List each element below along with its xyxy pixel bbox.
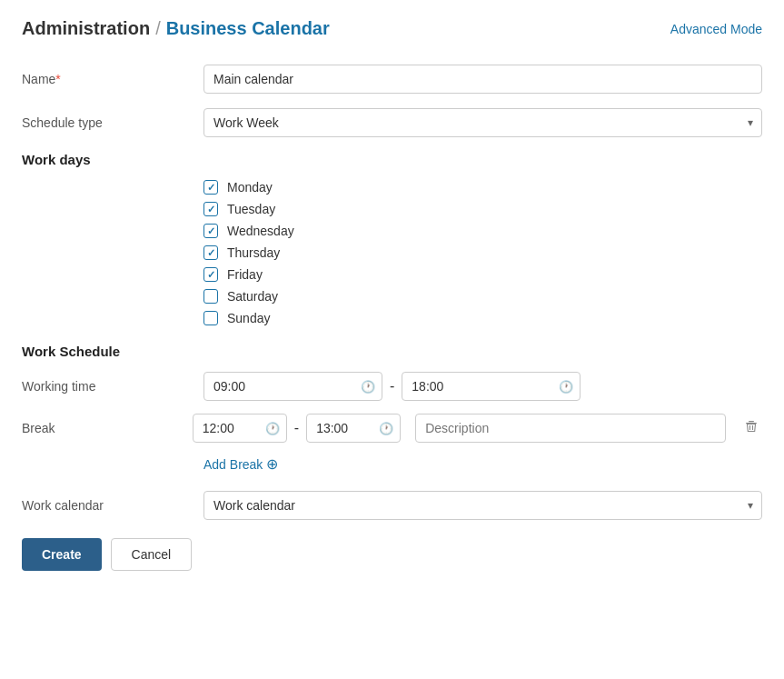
schedule-type-wrapper: Work Week Custom 24/7 ▾ <box>203 108 762 137</box>
working-time-label: Working time <box>22 379 203 394</box>
break-row: Break 🕐 - 🕐 <box>22 414 762 443</box>
work-days-section-title: Work days <box>22 152 762 167</box>
break-label: Break <box>22 421 193 435</box>
break-time-inputs: 🕐 - 🕐 <box>193 414 762 443</box>
list-item: Sunday <box>203 311 762 325</box>
break-end-input[interactable] <box>306 414 401 443</box>
break-start-input[interactable] <box>193 414 287 443</box>
add-break-button[interactable]: Add Break ⊕ <box>203 455 278 473</box>
sunday-checkbox[interactable] <box>203 311 218 325</box>
friday-label: Friday <box>227 267 263 282</box>
add-break-label: Add Break <box>203 457 263 472</box>
working-time-start-wrapper: 🕐 <box>203 372 382 401</box>
cancel-button[interactable]: Cancel <box>111 538 193 571</box>
tuesday-checkbox[interactable] <box>203 202 218 216</box>
thursday-label: Thursday <box>227 245 280 260</box>
name-row: Name* <box>22 65 762 94</box>
working-time-end-input[interactable] <box>402 372 581 401</box>
days-list: Monday Tuesday Wednesday Thursday Friday… <box>203 180 762 325</box>
breadcrumb-current-page: Business Calendar <box>166 18 330 39</box>
list-item: Thursday <box>203 245 762 260</box>
wednesday-checkbox[interactable] <box>203 224 218 238</box>
work-calendar-select[interactable]: Work calendar <box>203 491 762 520</box>
time-separator: - <box>390 378 394 394</box>
add-circle-icon: ⊕ <box>266 455 278 473</box>
list-item: Wednesday <box>203 224 762 238</box>
tuesday-label: Tuesday <box>227 202 275 216</box>
breadcrumb: Administration / Business Calendar <box>22 18 330 39</box>
break-description-input[interactable] <box>415 414 726 443</box>
schedule-type-label: Schedule type <box>22 115 203 130</box>
working-time-end-wrapper: 🕐 <box>402 372 581 401</box>
footer-buttons: Create Cancel <box>22 538 762 571</box>
sunday-label: Sunday <box>227 311 270 325</box>
advanced-mode-link[interactable]: Advanced Mode <box>670 22 762 36</box>
monday-checkbox[interactable] <box>203 180 218 195</box>
wednesday-label: Wednesday <box>227 224 294 238</box>
name-label: Name* <box>22 72 203 86</box>
name-field-wrapper <box>203 65 762 94</box>
work-schedule-section-title: Work Schedule <box>22 344 762 359</box>
working-time-inputs: 🕐 - 🕐 <box>203 372 581 401</box>
svg-rect-1 <box>749 421 754 422</box>
work-calendar-label: Work calendar <box>22 498 203 513</box>
delete-break-button[interactable] <box>740 415 762 441</box>
saturday-checkbox[interactable] <box>203 289 218 304</box>
break-end-wrapper: 🕐 <box>306 414 401 443</box>
list-item: Monday <box>203 180 762 195</box>
thursday-checkbox[interactable] <box>203 245 218 260</box>
trash-icon <box>744 419 759 434</box>
time-separator: - <box>294 420 299 436</box>
work-calendar-wrapper: Work calendar ▾ <box>203 491 762 520</box>
list-item: Saturday <box>203 289 762 304</box>
breadcrumb-admin: Administration <box>22 18 150 39</box>
add-break-row: Add Break ⊕ <box>203 455 762 473</box>
work-calendar-row: Work calendar Work calendar ▾ <box>22 491 762 520</box>
work-schedule-section: Work Schedule Working time 🕐 - 🕐 Break <box>22 344 762 520</box>
create-button[interactable]: Create <box>22 538 102 571</box>
list-item: Friday <box>203 267 762 282</box>
breadcrumb-separator: / <box>155 18 161 39</box>
working-time-start-input[interactable] <box>203 372 382 401</box>
saturday-label: Saturday <box>227 289 278 304</box>
working-time-row: Working time 🕐 - 🕐 <box>22 372 762 401</box>
page-header: Administration / Business Calendar Advan… <box>22 18 762 39</box>
monday-label: Monday <box>227 180 273 195</box>
break-start-wrapper: 🕐 <box>193 414 287 443</box>
schedule-type-row: Schedule type Work Week Custom 24/7 ▾ <box>22 108 762 137</box>
schedule-type-select[interactable]: Work Week Custom 24/7 <box>203 108 762 137</box>
friday-checkbox[interactable] <box>203 267 218 282</box>
required-indicator: * <box>55 72 60 86</box>
name-input[interactable] <box>203 65 762 94</box>
list-item: Tuesday <box>203 202 762 216</box>
form-section: Name* Schedule type Work Week Custom 24/… <box>22 65 762 571</box>
